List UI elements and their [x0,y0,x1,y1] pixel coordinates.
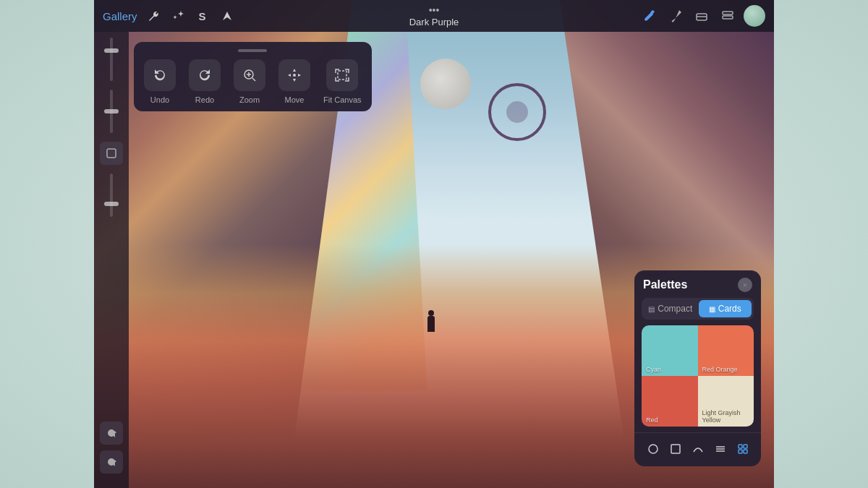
gallery-button[interactable]: Gallery [103,10,137,22]
redo-icon[interactable] [189,59,221,91]
redo-action[interactable]: Redo [189,59,221,104]
close-icon: × [743,281,747,289]
painting-moon [420,59,471,109]
svg-rect-3 [107,149,116,158]
palettes-header: Palettes × [634,270,761,298]
flow-slider[interactable] [110,174,113,217]
svg-rect-7 [671,445,680,453]
palettes-tabs: ▤ Compact ▦ Cards [642,298,754,320]
palettes-panel: Palettes × ▤ Compact ▦ Cards Cyan Red Or… [634,270,761,466]
cards-tab-label: Cards [718,304,741,314]
color-label-red: Red [646,416,694,424]
zoom-icon[interactable] [234,59,265,91]
svg-rect-11 [739,445,742,448]
grid-tool-button[interactable] [733,439,753,459]
more-options-dots[interactable]: ••• [429,5,440,15]
compact-tab-label: Compact [658,304,692,314]
toolbar-left: Gallery S [103,6,237,26]
sidebar-square-button[interactable] [100,142,123,165]
brush-tool-button[interactable] [665,6,686,26]
redo-sidebar-button[interactable] [100,450,123,474]
redo-label: Redo [195,95,214,104]
svg-rect-2 [723,16,733,19]
lines-tool-button[interactable] [710,439,731,459]
painting-figure [427,316,435,332]
move-action[interactable]: Move [278,59,310,104]
color-card-light-grayish-yellow[interactable]: Light Grayish Yellow [698,376,754,427]
compact-tab-icon: ▤ [648,305,655,313]
svg-point-6 [649,445,658,453]
flow-slider-container[interactable] [110,174,113,217]
svg-rect-13 [739,450,742,453]
circle-tool-button[interactable] [643,439,663,459]
curve-tool-button[interactable] [688,439,708,459]
wrench-icon[interactable] [143,6,163,26]
size-slider[interactable] [110,90,113,133]
pencil-tool-button[interactable] [639,6,660,26]
svg-rect-5 [338,71,346,80]
top-toolbar: Gallery S ••• Dark Purple [94,0,774,32]
sidebar-bottom-actions [100,421,123,482]
undo-label: Undo [150,95,169,104]
touch-circle-indicator [488,83,546,141]
undo-action[interactable]: Undo [144,59,176,104]
toolbar-right [639,5,765,27]
popup-handle [238,49,267,52]
layers-tool-button[interactable] [718,6,738,26]
arrow-tool-icon[interactable] [217,6,237,26]
tab-cards[interactable]: ▦ Cards [699,300,752,317]
zoom-label: Zoom [239,95,260,104]
cards-tab-icon: ▦ [709,305,715,313]
undo-sidebar-button[interactable] [100,421,123,445]
document-title: Dark Purple [409,17,459,27]
undo-icon[interactable] [144,59,176,91]
palette-colors-grid: Cyan Red Orange Red Light Grayish Yellow [642,325,754,427]
color-card-red-orange[interactable]: Red Orange [698,325,754,376]
opacity-slider[interactable] [110,38,113,81]
palettes-bottom-tools [634,432,761,466]
color-card-red[interactable]: Red [642,376,698,427]
square-tool-button[interactable] [665,439,686,459]
app-container: Gallery S ••• Dark Purple [94,0,774,488]
eraser-tool-button[interactable] [692,6,712,26]
move-icon[interactable] [278,59,310,91]
size-slider-container[interactable] [110,90,113,133]
svg-rect-14 [744,450,747,453]
fit-canvas-action[interactable]: Fit Canvas [323,59,362,104]
s-tool-icon[interactable]: S [192,6,213,26]
palettes-close-button[interactable]: × [738,278,752,292]
color-card-cyan[interactable]: Cyan [642,325,698,376]
toolbar-left-icons: S [143,6,237,26]
svg-rect-1 [723,12,733,14]
tab-compact[interactable]: ▤ Compact [644,300,697,317]
actions-popup: Undo Redo Zoom Move [134,42,372,111]
palettes-title: Palettes [643,278,687,291]
left-sidebar [94,32,129,488]
opacity-slider-thumb[interactable] [104,48,119,53]
toolbar-center: ••• Dark Purple [409,5,459,27]
flow-slider-thumb[interactable] [104,202,119,206]
actions-row: Undo Redo Zoom Move [144,59,362,104]
fit-canvas-icon[interactable] [326,59,358,91]
magic-wand-icon[interactable] [168,6,188,26]
fit-canvas-label: Fit Canvas [323,95,362,104]
color-label-light-grayish-yellow: Light Grayish Yellow [702,409,750,424]
opacity-slider-container[interactable] [110,38,113,81]
user-avatar[interactable] [744,5,765,27]
color-label-cyan: Cyan [646,366,694,373]
svg-rect-12 [744,445,747,448]
zoom-action[interactable]: Zoom [234,59,265,104]
color-label-red-orange: Red Orange [702,366,750,373]
move-label: Move [285,95,305,104]
size-slider-thumb[interactable] [104,109,119,114]
